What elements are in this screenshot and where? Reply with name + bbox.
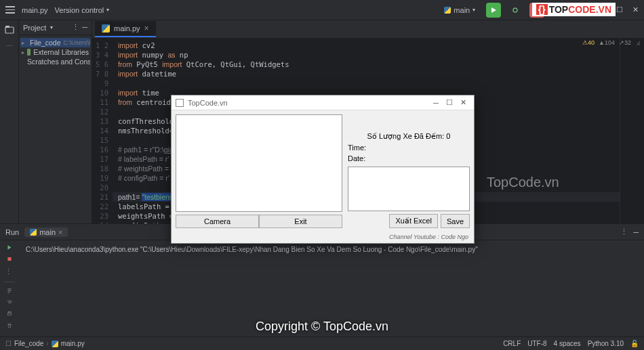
close-button[interactable]: ✕	[632, 5, 639, 14]
run-more-tools-icon[interactable]: ⋮	[5, 267, 14, 276]
interpreter[interactable]: Python 3.10	[588, 340, 624, 347]
indent[interactable]: 4 spaces	[554, 340, 581, 347]
project-title: Project	[23, 24, 46, 32]
tab-main-py[interactable]: main.py ×	[95, 21, 156, 37]
run-config-selector[interactable]: main▾	[440, 5, 479, 16]
run-hide-icon[interactable]: ─	[633, 228, 639, 236]
file-name: main.py	[22, 6, 48, 14]
watermark-side: TopCode.vn	[487, 175, 559, 190]
left-tool-strip: ⋯	[0, 20, 19, 223]
run-config-tab[interactable]: main ×	[24, 227, 68, 237]
version-control-menu[interactable]: Version control▾	[55, 6, 110, 14]
run-button[interactable]	[486, 3, 501, 18]
tree-root[interactable]: ▸ File_code C:\Users\Hieu\Down	[20, 38, 90, 47]
line-ending[interactable]: CRLF	[503, 340, 521, 347]
status-bar: ☐ File_code › main.py CRLF UTF-8 4 space…	[0, 336, 644, 350]
save-button[interactable]: Save	[441, 214, 470, 228]
console-output[interactable]: C:\Users\Hieu\anaconda3\python.exe "C:\U…	[19, 240, 644, 328]
plate-preview	[348, 167, 470, 211]
dialog-close-button[interactable]: ✕	[456, 98, 470, 107]
vehicle-count-label: Số Lượng Xe Đã Đếm: 0	[348, 132, 470, 141]
camera-button[interactable]: Camera	[176, 215, 259, 228]
export-excel-button[interactable]: Xuất Excel	[389, 214, 437, 228]
project-hide-icon[interactable]: ─	[82, 23, 87, 32]
project-panel: Project ▾ ⋮ ─ ▸ File_code C:\Users\Hieu\…	[19, 20, 92, 223]
rerun-icon[interactable]	[5, 244, 14, 250]
warnings-count[interactable]: ⚠40	[582, 39, 595, 48]
run-more-icon[interactable]: ⋮	[620, 227, 628, 236]
svg-rect-6	[5, 27, 14, 33]
python-icon	[102, 24, 110, 32]
hints-count[interactable]: ▲104	[599, 39, 615, 48]
tree-external-libs[interactable]: ▸ External Libraries	[20, 47, 90, 57]
time-label: Time:	[348, 144, 470, 152]
dialog-minimize-button[interactable]: ─	[429, 99, 443, 107]
more-tools-icon[interactable]: ⋯	[5, 42, 13, 51]
topcode-logo: {} TOPCODE.VN	[532, 3, 616, 16]
run-toolbar: ⋮	[0, 240, 19, 328]
scroll-to-end-icon[interactable]	[5, 288, 14, 294]
svg-rect-9	[7, 313, 11, 315]
inspection-gutter: ⚠40 ▲104 ↗32 ㄨ	[620, 38, 644, 223]
date-label: Date:	[348, 154, 470, 162]
project-tree: ▸ File_code C:\Users\Hieu\Down ▸ Externa…	[19, 35, 92, 69]
exit-button[interactable]: Exit	[259, 215, 342, 228]
soft-wrap-icon[interactable]	[5, 299, 14, 305]
video-preview	[176, 114, 342, 212]
qt-dialog: TopCode.vn ─ ☐ ✕ Camera Exit Số Lượng Xe…	[171, 95, 475, 244]
print-icon[interactable]	[5, 311, 14, 317]
project-more-icon[interactable]: ⋮	[72, 23, 79, 32]
svg-point-0	[513, 8, 517, 12]
other-count[interactable]: ↗32	[619, 39, 631, 48]
maximize-button[interactable]: ☐	[616, 5, 623, 14]
debug-button[interactable]	[508, 3, 523, 18]
dialog-titlebar[interactable]: TopCode.vn ─ ☐ ✕	[172, 95, 474, 110]
dialog-maximize-button[interactable]: ☐	[443, 98, 456, 107]
tab-close-icon[interactable]: ×	[144, 24, 149, 33]
project-header: Project ▾ ⋮ ─	[19, 20, 92, 35]
hamburger-menu[interactable]	[5, 5, 15, 15]
dialog-credit: Channel Youtube : Code Ngo	[172, 232, 474, 243]
dialog-title-text: TopCode.vn	[188, 99, 429, 107]
breadcrumb[interactable]: ☐ File_code › main.py	[5, 340, 85, 347]
line-gutter: 1 2 3 4 5 6 7 8 9 10 11 12 13 14 15 16 1…	[92, 38, 113, 223]
svg-rect-7	[5, 26, 9, 28]
encoding[interactable]: UTF-8	[527, 340, 546, 347]
run-label: Run	[5, 228, 19, 236]
tree-scratches[interactable]: Scratches and Consoles	[20, 57, 90, 66]
watermark-bottom: Copyright © TopCode.vn	[0, 320, 644, 334]
stop-run-icon[interactable]	[5, 256, 14, 262]
svg-rect-10	[8, 311, 11, 313]
svg-rect-8	[7, 257, 11, 261]
editor-tabs: main.py ×	[92, 20, 644, 38]
readonly-lock-icon[interactable]: 🔓	[630, 340, 639, 347]
project-tool-icon[interactable]	[4, 24, 15, 35]
